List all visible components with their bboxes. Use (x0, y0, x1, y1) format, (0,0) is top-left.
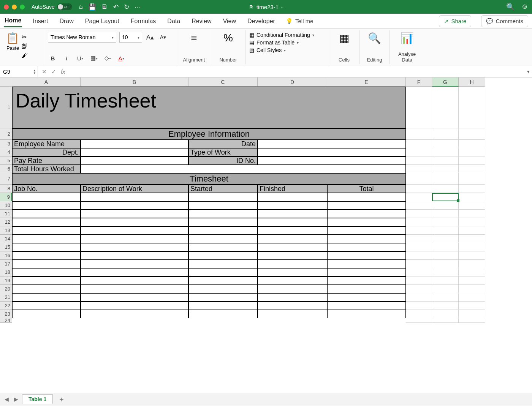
cell[interactable] (327, 268, 406, 276)
analyse-data-button[interactable]: 📊 (394, 32, 420, 44)
cell[interactable] (188, 310, 258, 318)
add-sheet-icon[interactable]: ＋ (55, 395, 68, 404)
cell[interactable] (81, 268, 188, 276)
copy-icon[interactable]: 🗐 (22, 43, 28, 50)
cell[interactable] (188, 268, 258, 276)
tab-developer[interactable]: Developer (247, 16, 276, 27)
row-header-22[interactable]: 22 (0, 302, 12, 310)
redo-icon[interactable]: ↻ (124, 3, 129, 11)
cell[interactable] (258, 140, 406, 148)
cell[interactable] (81, 156, 188, 165)
cell[interactable]: Started (188, 185, 258, 193)
prev-sheet-icon[interactable]: ◀ (3, 396, 10, 402)
home-icon[interactable]: ⌂ (79, 3, 83, 11)
cell[interactable] (81, 165, 406, 173)
cell[interactable] (258, 243, 327, 251)
cell[interactable] (188, 251, 258, 260)
row-header-7[interactable]: 7 (0, 173, 12, 185)
cell[interactable] (188, 260, 258, 268)
tab-insert[interactable]: Insert (32, 16, 49, 27)
comments-button[interactable]: 💬 Comments (481, 15, 528, 27)
cell[interactable] (258, 260, 327, 268)
cell[interactable] (258, 210, 327, 218)
column-header-H[interactable]: H (459, 77, 485, 87)
cell[interactable]: Date (188, 140, 258, 148)
cut-icon[interactable]: ✂ (22, 33, 28, 41)
cell[interactable] (258, 293, 327, 302)
paste-button[interactable]: 📋 Paste (6, 32, 19, 59)
cell[interactable] (188, 193, 258, 201)
row-header-24[interactable]: 24 (0, 318, 12, 323)
name-box[interactable]: G9 ▲▼ (0, 66, 38, 77)
cell[interactable]: Employee Name (12, 140, 81, 148)
cell[interactable] (81, 235, 188, 243)
tab-draw[interactable]: Draw (59, 16, 74, 27)
search-icon[interactable]: 🔍 (506, 3, 515, 11)
cell[interactable] (188, 285, 258, 293)
row-header-21[interactable]: 21 (0, 293, 12, 302)
save-as-icon[interactable]: 🗎 (101, 3, 108, 11)
cell[interactable]: Pay Rate (12, 156, 81, 165)
row-header-6[interactable]: 6 (0, 165, 12, 173)
row-header-13[interactable]: 13 (0, 226, 12, 235)
row-header-10[interactable]: 10 (0, 201, 12, 210)
format-as-table-button[interactable]: ▤Format as Table▾ (249, 39, 325, 46)
cell[interactable] (327, 293, 406, 302)
cell[interactable] (327, 226, 406, 235)
cell[interactable] (81, 302, 188, 310)
row-header-19[interactable]: 19 (0, 276, 12, 285)
cancel-formula-icon[interactable]: ✕ (42, 68, 47, 75)
increase-font-icon[interactable]: A▴ (145, 33, 155, 42)
column-header-F[interactable]: F (406, 77, 432, 87)
cell[interactable] (12, 285, 81, 293)
cell[interactable] (12, 235, 81, 243)
cell-styles-button[interactable]: ▧Cell Styles▾ (249, 47, 325, 53)
tab-view[interactable]: View (222, 16, 237, 27)
row-header-14[interactable]: 14 (0, 235, 12, 243)
cell[interactable] (188, 302, 258, 310)
border-button[interactable]: ▦ ▾ (89, 54, 99, 63)
cell[interactable] (81, 251, 188, 260)
column-header-D[interactable]: D (258, 77, 327, 87)
cell[interactable] (12, 293, 81, 302)
cell[interactable] (12, 218, 81, 226)
tab-data[interactable]: Data (166, 16, 181, 27)
row-header-15[interactable]: 15 (0, 243, 12, 251)
close-window-icon[interactable] (4, 5, 9, 9)
alignment-button[interactable]: ≡ (181, 32, 207, 44)
cell[interactable] (12, 243, 81, 251)
cell[interactable] (188, 210, 258, 218)
row-header-23[interactable]: 23 (0, 310, 12, 318)
enter-formula-icon[interactable]: ✓ (51, 68, 56, 75)
cell[interactable] (258, 226, 327, 235)
underline-button[interactable]: U ▾ (75, 54, 85, 63)
cell[interactable] (12, 201, 81, 210)
autosave-switch[interactable]: OFF (57, 3, 72, 10)
bold-button[interactable]: B (48, 54, 58, 63)
cell[interactable] (81, 201, 188, 210)
cell[interactable] (81, 226, 188, 235)
employee-info-header[interactable]: Employee Information (12, 128, 406, 140)
cell[interactable] (188, 293, 258, 302)
cell[interactable] (327, 276, 406, 285)
minimize-window-icon[interactable] (12, 5, 17, 9)
row-header-11[interactable]: 11 (0, 210, 12, 218)
spreadsheet-grid[interactable]: ABCDEFGH 1234567891011121314151617181920… (0, 77, 532, 393)
cell[interactable] (81, 193, 188, 201)
cell[interactable] (12, 268, 81, 276)
column-header-A[interactable]: A (12, 77, 81, 87)
cell[interactable]: Type of Work (188, 148, 258, 156)
font-size-dropdown[interactable]: 10▾ (119, 32, 142, 43)
cell[interactable] (81, 140, 188, 148)
fx-icon[interactable]: fx (61, 68, 65, 75)
cells-button[interactable]: ▦ (333, 32, 355, 44)
cell[interactable]: Finished (258, 185, 327, 193)
cell[interactable] (327, 260, 406, 268)
cell[interactable] (12, 226, 81, 235)
cell[interactable] (81, 276, 188, 285)
cell[interactable] (258, 302, 327, 310)
select-all-corner[interactable] (0, 77, 12, 87)
column-header-C[interactable]: C (188, 77, 258, 87)
cell[interactable]: Description of Work (81, 185, 188, 193)
format-painter-icon[interactable]: 🖌 (22, 52, 28, 59)
